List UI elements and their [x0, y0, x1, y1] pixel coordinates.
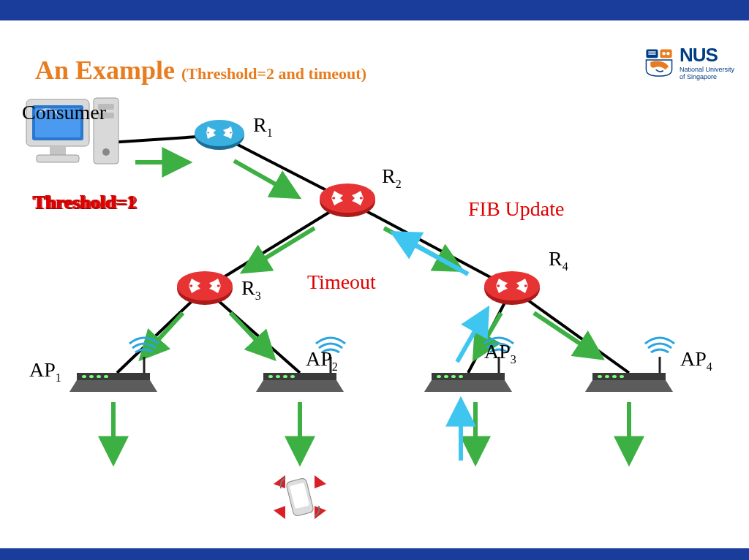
router-r2-icon: [320, 183, 375, 217]
svg-rect-48: [37, 155, 79, 162]
svg-line-22: [512, 289, 629, 373]
mobile-phone-icon: [274, 475, 326, 519]
r3-label: R3: [241, 276, 261, 303]
ap4-icon: [585, 338, 674, 392]
ap1-label: AP1: [29, 358, 61, 385]
svg-line-25: [245, 228, 315, 270]
r4-label: R4: [549, 247, 568, 273]
ap2-label: AP2: [306, 347, 338, 374]
svg-line-36: [457, 311, 486, 362]
router-r1-icon: [195, 120, 244, 150]
timeout-label: Timeout: [307, 270, 376, 294]
ap4-label: AP4: [680, 347, 712, 374]
r1-label: R1: [253, 113, 273, 140]
r2-label: R2: [382, 164, 402, 191]
svg-rect-47: [50, 146, 66, 155]
ap3-label: AP3: [484, 340, 516, 366]
router-r3-icon: [177, 271, 233, 305]
svg-line-37: [395, 234, 468, 274]
svg-line-28: [230, 313, 272, 357]
consumer-label: Consumer: [22, 101, 106, 124]
router-r4-icon: [484, 271, 540, 305]
threshold2-label: Threshold=2: [34, 192, 138, 213]
svg-line-30: [534, 313, 600, 357]
svg-point-43: [102, 148, 110, 156]
svg-line-24: [234, 161, 296, 196]
fib-update-label: FIB Update: [468, 197, 564, 221]
